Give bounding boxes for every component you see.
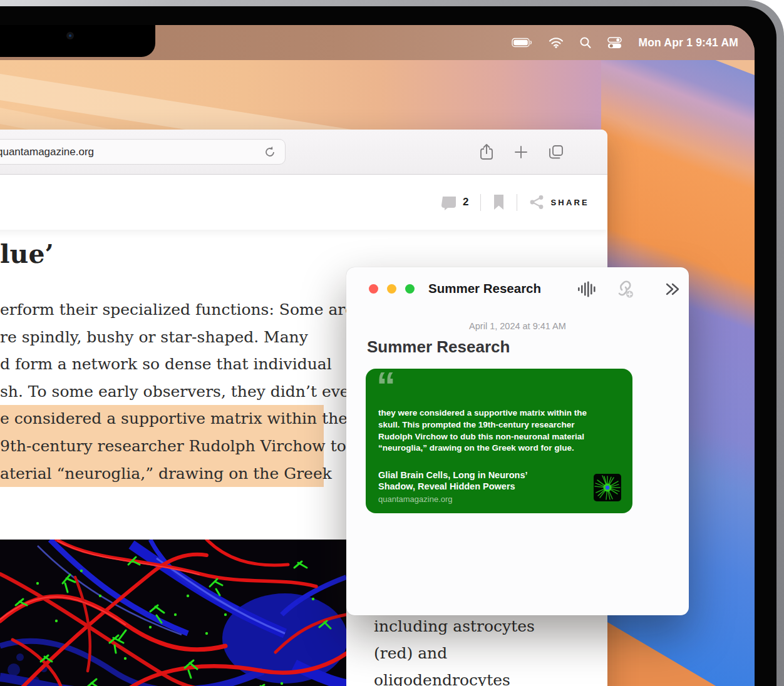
macbook-display: quantamagazine.org	[0, 0, 784, 686]
card-source: quantamagazine.org	[378, 494, 453, 504]
card-link-title-line: Shadow, Reveal Hidden Powers	[378, 481, 527, 493]
paragraph-line: d form a network so dense that individua…	[0, 351, 359, 378]
highlighted-line: 9th-century researcher Rudolph Virchow t…	[0, 433, 324, 460]
divider	[517, 194, 517, 211]
share-icon[interactable]	[479, 143, 494, 161]
camera-notch	[0, 25, 155, 57]
quote-body-line: skull. This prompted the 19th-century re…	[378, 419, 587, 431]
quote-body-line: “neuroglia,” drawing on the Greek word f…	[378, 443, 587, 454]
battery-icon[interactable]	[512, 38, 532, 48]
notes-titlebar[interactable]: Summer Research	[346, 267, 689, 310]
share-label[interactable]: SHARE	[550, 198, 589, 207]
highlighted-line: aterial “neuroglia,” drawing on the Gree…	[0, 460, 324, 488]
screen: quantamagazine.org	[0, 25, 755, 686]
card-link-title-line: Glial Brain Cells, Long in Neurons’	[378, 470, 527, 481]
share-button[interactable]: SHARE	[529, 195, 589, 210]
control-center-icon[interactable]	[607, 37, 622, 49]
notes-window-title: Summer Research	[428, 281, 541, 296]
address-bar[interactable]: quantamagazine.org	[0, 139, 286, 165]
paragraph-line: erform their specialized functions: Some…	[0, 296, 359, 324]
caption-line: oligodendrocytes (green).	[374, 667, 568, 686]
reload-icon[interactable]	[264, 146, 276, 158]
wifi-icon[interactable]	[549, 38, 564, 48]
search-icon[interactable]	[580, 37, 591, 49]
article-heading-fragment: lue’	[0, 239, 54, 269]
comment-icon	[441, 195, 458, 210]
paragraph-line: sh. To some early observers, they didn’t…	[0, 378, 359, 406]
comments-count[interactable]: 2	[463, 196, 468, 208]
caption-lines: including astrocytes (red) andoligodendr…	[374, 613, 568, 686]
note-date: April 1, 2024 at 9:41 AM	[346, 321, 689, 331]
paragraph-plain-lines: erform their specialized functions: Some…	[0, 296, 359, 405]
paragraph-line: re spindly, bushy or star-shaped. Many	[0, 324, 359, 351]
micrograph-image	[0, 540, 346, 686]
add-link-icon[interactable]	[613, 280, 636, 299]
card-link-title[interactable]: Glial Brain Cells, Long in Neurons’Shado…	[378, 470, 527, 492]
quote-mark: “	[376, 366, 396, 395]
caption-line: including astrocytes (red) and	[374, 613, 568, 667]
card-thumbnail	[594, 474, 621, 501]
article-paragraph: erform their specialized functions: Some…	[0, 296, 359, 487]
highlighted-line: e considered a supportive matrix within …	[0, 405, 324, 433]
waveform-icon[interactable]	[577, 280, 598, 299]
url-text[interactable]: quantamagazine.org	[0, 146, 264, 158]
share-network-icon	[529, 195, 544, 210]
quote-body-line: Rudolph Virchow to dub this non-neuronal…	[378, 431, 587, 443]
divider	[480, 194, 481, 211]
new-tab-icon[interactable]	[513, 145, 529, 160]
double-chevron-icon[interactable]	[663, 280, 681, 299]
quote-link-card[interactable]: “ they were considered a supportive matr…	[366, 369, 632, 513]
quote-body-line: they were considered a supportive matrix…	[378, 407, 587, 419]
zoom-button[interactable]	[405, 284, 415, 294]
close-button[interactable]	[369, 284, 378, 294]
comments-button[interactable]: 2	[441, 195, 468, 210]
traffic-lights	[369, 284, 415, 294]
article-action-bar: 2 SHARE	[0, 175, 607, 230]
note-title: Summer Research	[367, 337, 510, 357]
camera-dot	[66, 32, 74, 39]
tab-overview-icon[interactable]	[548, 144, 564, 160]
bookmark-button[interactable]	[493, 194, 505, 210]
quote-body: they were considered a supportive matrix…	[378, 407, 587, 454]
notes-window: Summer Research	[346, 267, 689, 615]
image-caption: including astrocytes (red) andoligodendr…	[374, 613, 568, 686]
menu-bar-clock[interactable]: Mon Apr 1 9:41 AM	[638, 36, 738, 49]
highlighted-passage: e considered a supportive matrix within …	[0, 405, 324, 487]
bookmark-icon	[493, 194, 505, 210]
safari-toolbar: quantamagazine.org	[0, 130, 607, 175]
minimize-button[interactable]	[387, 284, 396, 294]
